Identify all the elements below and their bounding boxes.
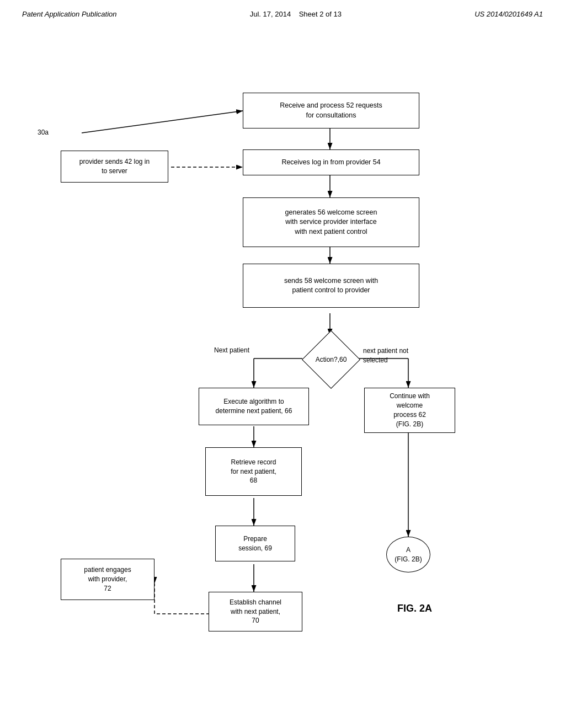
- box-provider-sends: provider sends 42 log into server: [61, 151, 168, 183]
- label-30a: 30a: [38, 129, 49, 136]
- box-receives-login: Receives log in from provider 54: [243, 149, 419, 175]
- box-prepare: Preparesession, 69: [215, 526, 295, 561]
- oval-a: A(FIG. 2B): [386, 537, 430, 572]
- label-next-patient: Next patient: [214, 346, 249, 354]
- svg-line-17: [82, 111, 243, 133]
- box-generates: generates 56 welcome screenwith service …: [243, 197, 419, 247]
- header-publication: Patent Application Publication: [22, 10, 117, 18]
- box-continue: Continue withwelcomeprocess 62(FIG. 2B): [364, 388, 455, 433]
- box-sends: sends 58 welcome screen withpatient cont…: [243, 264, 419, 308]
- header-date-sheet: Jul. 17, 2014 Sheet 2 of 13: [250, 10, 342, 18]
- box-establish: Establish channelwith next patient,70: [209, 592, 302, 631]
- box-execute: Execute algorithm todetermine next patie…: [199, 388, 309, 425]
- label-next-patient-not: next patient notselected: [363, 346, 408, 365]
- box-patient-engages: patient engageswith provider,72: [61, 559, 154, 600]
- diamond-action: Action?,60: [298, 335, 364, 384]
- page-header: Patent Application Publication Jul. 17, …: [0, 0, 565, 24]
- header-patent-number: US 2014/0201649 A1: [475, 10, 543, 18]
- flowchart-diagram: 30a Receive and process 52 requestsfor c…: [0, 29, 565, 708]
- box-retrieve: Retrieve recordfor next patient,68: [205, 447, 302, 496]
- fig-label: FIG. 2A: [397, 603, 432, 614]
- box-receive: Receive and process 52 requestsfor consu…: [243, 93, 419, 129]
